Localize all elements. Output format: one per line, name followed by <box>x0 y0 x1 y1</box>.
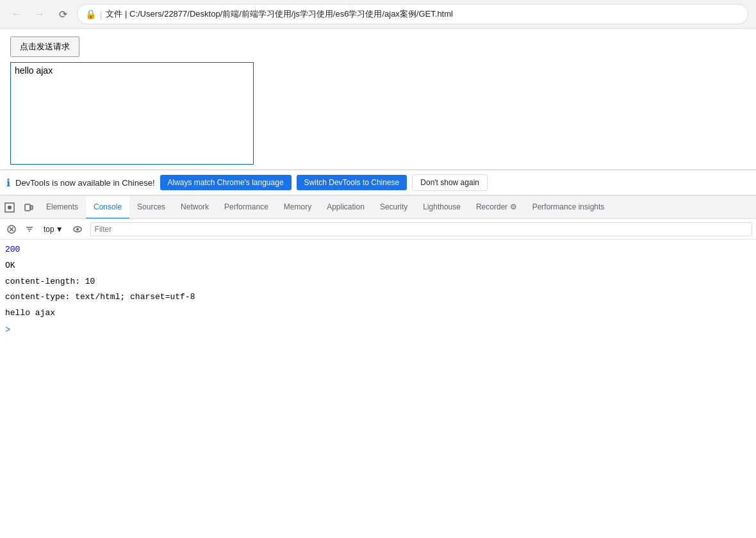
filter-icon[interactable] <box>22 222 37 237</box>
devtools-tabs: Elements Console Sources Network Perform… <box>0 196 756 219</box>
match-language-button[interactable]: Always match Chrome's language <box>160 175 292 190</box>
reload-button[interactable]: ⟳ <box>54 5 72 23</box>
lock-icon: 🔒 <box>85 9 96 19</box>
chevron-down-icon: ▼ <box>56 225 63 234</box>
tab-performance-insights[interactable]: Performance insights <box>525 196 612 219</box>
console-output: 200 OK content-length: 10 content-type: … <box>0 240 756 341</box>
context-selector[interactable]: top ▼ <box>40 224 67 235</box>
send-request-button[interactable]: 点击发送请求 <box>10 37 79 57</box>
page-content: 点击发送请求 hello ajax <box>0 29 756 170</box>
tab-recorder[interactable]: Recorder ⚙ <box>468 196 525 219</box>
console-line: content-length: 10 <box>0 274 756 290</box>
clear-console-icon[interactable] <box>4 222 19 237</box>
tab-application[interactable]: Application <box>319 196 372 219</box>
devtools-notification: ℹ DevTools is now available in Chinese! … <box>0 170 756 195</box>
browser-chrome: ← → ⟳ 🔒 | 文件 | C:/Users/22877/Desktop/前端… <box>0 0 756 29</box>
response-box: hello ajax <box>10 62 254 165</box>
tab-lighthouse[interactable]: Lighthouse <box>415 196 468 219</box>
browser-toolbar: ← → ⟳ 🔒 | 文件 | C:/Users/22877/Desktop/前端… <box>0 0 756 28</box>
tab-memory[interactable]: Memory <box>276 196 319 219</box>
tab-security[interactable]: Security <box>372 196 415 219</box>
tab-network[interactable]: Network <box>173 196 217 219</box>
tab-console[interactable]: Console <box>86 196 129 219</box>
url-text: 文件 | C:/Users/22877/Desktop/前端/前端学习使用/js… <box>106 8 453 20</box>
console-line: content-type: text/html; charset=utf-8 <box>0 289 756 306</box>
tab-performance[interactable]: Performance <box>217 196 276 219</box>
info-icon: ℹ <box>6 177 10 189</box>
switch-chinese-button[interactable]: Switch DevTools to Chinese <box>297 175 407 190</box>
svg-rect-2 <box>25 204 30 211</box>
inspect-element-icon[interactable] <box>0 196 19 219</box>
console-toolbar: top ▼ <box>0 219 756 240</box>
filter-input[interactable] <box>90 222 752 236</box>
svg-rect-3 <box>31 206 33 209</box>
tab-elements[interactable]: Elements <box>38 196 86 219</box>
tab-sources[interactable]: Sources <box>129 196 173 219</box>
back-button[interactable]: ← <box>8 5 26 23</box>
console-line: 200 <box>0 242 756 258</box>
console-line: OK <box>0 258 756 274</box>
context-label: top <box>44 225 54 234</box>
forward-button[interactable]: → <box>31 5 49 23</box>
dont-show-button[interactable]: Don't show again <box>412 174 488 191</box>
svg-point-11 <box>76 228 79 231</box>
url-separator: | <box>100 10 102 19</box>
address-bar[interactable]: 🔒 | 文件 | C:/Users/22877/Desktop/前端/前端学习使… <box>77 4 748 24</box>
svg-point-1 <box>8 206 12 209</box>
console-prompt[interactable]: > <box>0 322 756 338</box>
notification-message: DevTools is now available in Chinese! <box>15 178 155 188</box>
device-toolbar-icon[interactable] <box>19 196 38 219</box>
eye-icon[interactable] <box>70 222 85 237</box>
response-text: hello ajax <box>15 65 53 76</box>
devtools-panel: Elements Console Sources Network Perform… <box>0 195 756 341</box>
console-line: hello ajax <box>0 306 756 322</box>
